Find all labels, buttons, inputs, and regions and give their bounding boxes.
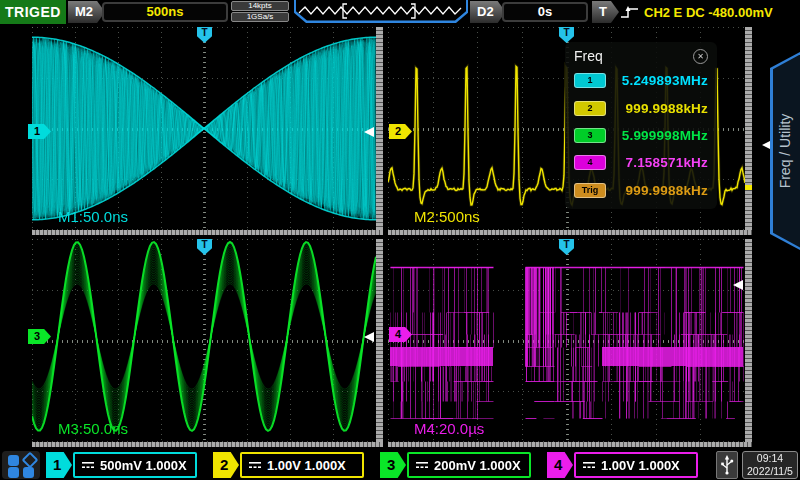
freq-value-ch3: 5.999998MHz: [622, 128, 708, 143]
trigger-level-tick: [745, 185, 752, 190]
channel-3-scale: 200mV 1.000X: [434, 458, 521, 473]
right-scale-ruler: [376, 239, 383, 442]
time: 09:14: [743, 452, 797, 465]
timebase-label-m4: M4:20.0µs: [414, 420, 484, 437]
oscilloscope-screen: TRIGED M2 500ns 14kpts 1GSa/s D2 0s T CH: [0, 0, 800, 480]
apps-menu-icon[interactable]: [2, 451, 40, 479]
dc-coupling-icon: [248, 460, 262, 470]
channel-2-number: 2: [213, 452, 239, 478]
channel-4-number: 4: [547, 452, 573, 478]
waveform-canvas-ch4: [388, 239, 745, 442]
timebase-value[interactable]: 500ns: [102, 2, 228, 22]
freq-panel-title: Freq: [574, 48, 603, 64]
bottom-scale-ruler: [388, 230, 752, 235]
delay-value[interactable]: 0s: [502, 2, 588, 22]
dc-coupling-icon: [81, 460, 95, 470]
channel-3-badge: 3: [574, 128, 606, 143]
timebase-label-m1: M1:50.0ns: [58, 208, 128, 225]
channel-1-number: 1: [46, 452, 72, 478]
freq-value-ch4: 7.158571kHz: [625, 155, 708, 170]
dc-coupling-icon: [415, 460, 429, 470]
freq-row-ch2: 2 999.9988kHz: [574, 94, 708, 121]
clock: 09:14 2022/11/5: [742, 451, 798, 479]
tab-freq-utility-label: Freq / Utility: [777, 114, 793, 189]
diamond-icon: [22, 452, 39, 469]
channel-3-number: 3: [380, 452, 406, 478]
channel-1-scale: 500mV 1.000X: [100, 458, 187, 473]
freq-row-ch3: 3 5.999998MHz: [574, 122, 708, 149]
timebase-label-m3: M3:50.0ns: [58, 420, 128, 437]
channel-4-scale: 1.00V 1.000X: [601, 458, 680, 473]
waveform-panel-m3: 3 T M3:50.0ns: [32, 239, 383, 447]
waveform-area: 1 T M1:50.0ns 2 T M2:500ns Freq ✕ 1: [0, 24, 800, 450]
timebase-menu-button[interactable]: M2: [68, 1, 105, 23]
right-scale-ruler: [745, 239, 752, 442]
bottom-scale-ruler: [32, 230, 383, 235]
usb-status-icon: [716, 451, 738, 479]
trig-badge: Trig: [574, 183, 606, 198]
bottom-scale-ruler: [388, 442, 752, 447]
delay-menu-button[interactable]: D2: [470, 1, 506, 23]
dc-coupling-icon: [582, 460, 596, 470]
channel-2-settings[interactable]: 2 1.00V 1.000X: [213, 452, 364, 478]
waveform-canvas-ch3: [32, 239, 376, 442]
memory-depth: 14kpts: [231, 1, 289, 11]
right-sidebar: Freq / Utility: [770, 24, 800, 450]
top-bar: TRIGED M2 500ns 14kpts 1GSa/s D2 0s T CH: [0, 0, 800, 24]
close-icon[interactable]: ✕: [693, 49, 708, 64]
channel-2-badge: 2: [574, 101, 606, 116]
freq-row-ch1: 1 5.249893MHz: [574, 67, 708, 94]
right-scale-ruler: [745, 27, 752, 230]
channel-1-badge: 1: [574, 73, 606, 88]
waveform-panel-m1: 1 T M1:50.0ns: [32, 27, 383, 235]
trigger-status-badge: TRIGED: [0, 0, 66, 24]
right-scale-ruler: [376, 27, 383, 230]
waveform-panel-m4: 4 T M4:20.0µs: [388, 239, 752, 447]
trigger-level-arrow[interactable]: [364, 332, 374, 342]
trigger-level-arrow[interactable]: [364, 127, 374, 137]
channel-1-settings[interactable]: 1 500mV 1.000X: [46, 452, 197, 478]
waveform-canvas-ch1: [32, 27, 376, 230]
freq-measure-panel: Freq ✕ 1 5.249893MHz 2 999.9988kHz 3 5.9…: [565, 42, 717, 209]
bottom-scale-ruler: [32, 442, 383, 447]
channel-4-badge: 4: [574, 155, 606, 170]
trigger-level-arrow[interactable]: [733, 280, 743, 290]
freq-value-trig: 999.9988kHz: [625, 183, 708, 198]
trigger-menu-button[interactable]: T: [592, 1, 619, 23]
acquisition-info: 14kpts 1GSa/s: [231, 1, 289, 23]
trigger-settings-text: CH2 E DC -480.00mV: [644, 5, 773, 20]
preview-zigzag-icon: [297, 0, 465, 20]
bottom-bar: 1 500mV 1.000X 2 1.00V 1.000X 3: [0, 450, 800, 480]
date: 2022/11/5: [743, 465, 797, 478]
freq-value-ch2: 999.9988kHz: [625, 101, 708, 116]
tab-freq-utility[interactable]: Freq / Utility: [770, 52, 800, 250]
trigger-info[interactable]: CH2 E DC -480.00mV: [620, 0, 773, 24]
freq-value-ch1: 5.249893MHz: [622, 73, 708, 88]
freq-row-ch4: 4 7.158571kHz: [574, 149, 708, 176]
waveform-preview[interactable]: [294, 0, 468, 23]
channel-3-settings[interactable]: 3 200mV 1.000X: [380, 452, 531, 478]
sample-rate: 1GSa/s: [231, 12, 289, 22]
channel-2-scale: 1.00V 1.000X: [267, 458, 346, 473]
waveform-panel-m2: 2 T M2:500ns Freq ✕ 1 5.249893MHz 2 999.…: [388, 27, 752, 235]
rising-edge-icon: [620, 4, 640, 20]
freq-row-trig: Trig 999.9988kHz: [574, 177, 708, 204]
channel-4-settings[interactable]: 4 1.00V 1.000X: [547, 452, 698, 478]
timebase-label-m2: M2:500ns: [414, 208, 480, 225]
